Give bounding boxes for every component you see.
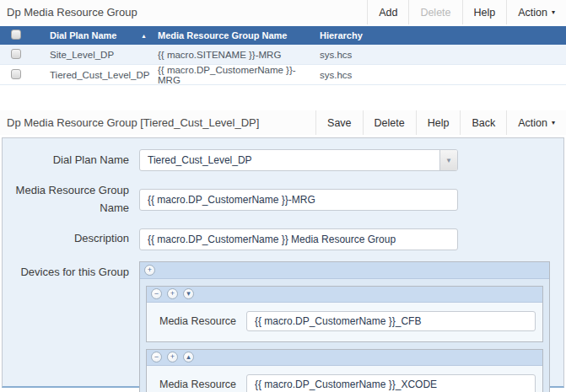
form-row-dial-plan-name: Dial Plan Name Tiered_Cust_Level_DP ▼	[3, 149, 563, 171]
list-panel-title: Dp Media Resource Group	[0, 0, 137, 24]
media-resource-label: Media Resource	[147, 315, 236, 327]
remove-item-button[interactable]: −	[151, 288, 162, 299]
caret-down-icon: ▼	[445, 157, 452, 164]
action-menu-button[interactable]: Action ▾	[506, 110, 566, 135]
records-table: Dial Plan Name ▲ Media Resource Group Na…	[0, 26, 566, 85]
delete-button[interactable]: Delete	[363, 110, 416, 135]
action-menu-label: Action	[518, 117, 547, 129]
list-toolbar: Add Delete Help Action ▾	[367, 0, 566, 24]
form-row-description: Description	[3, 228, 563, 250]
media-resource-input[interactable]	[246, 311, 536, 331]
table-row[interactable]: Tiered_Cust_Level_DP {{ macro.DP_Custome…	[0, 65, 566, 85]
column-header-label: Dial Plan Name	[50, 30, 116, 40]
column-header-mrg-name[interactable]: Media Resource Group Name	[154, 30, 316, 40]
move-down-button[interactable]: ▾	[183, 288, 194, 299]
dial-plan-name-label: Dial Plan Name	[3, 152, 129, 169]
detail-panel-header: Dp Media Resource Group [Tiered_Cust_Lev…	[0, 110, 566, 135]
dial-plan-name-select[interactable]: Tiered_Cust_Level_DP ▼	[139, 149, 458, 171]
add-item-button[interactable]: +	[167, 352, 178, 362]
form-row-mrg-name: Media Resource Group Name	[3, 182, 563, 217]
list-panel: Dp Media Resource Group Add Delete Help …	[0, 0, 566, 85]
sort-ascending-icon: ▲	[141, 33, 147, 39]
help-button[interactable]: Help	[416, 110, 461, 135]
list-panel-header: Dp Media Resource Group Add Delete Help …	[0, 0, 566, 24]
device-item-toolbar: − + ▾	[147, 287, 542, 303]
back-button[interactable]: Back	[460, 110, 506, 135]
device-item-body: Media Resource	[147, 366, 542, 392]
cell-mrg-name: {{ macro.DP_CustomerName }}-MRG	[154, 65, 316, 85]
device-item-toolbar: − + ▴	[147, 350, 542, 366]
device-item-body: Media Resource	[147, 303, 542, 341]
description-label: Description	[3, 230, 129, 248]
add-item-button[interactable]: +	[167, 288, 178, 299]
detail-toolbar: Save Delete Help Back Action ▾	[315, 110, 566, 135]
add-item-button[interactable]: +	[144, 265, 155, 276]
devices-group: + − + ▾ Media Resource	[139, 261, 550, 392]
save-button[interactable]: Save	[315, 110, 363, 135]
table-row[interactable]: Site_Level_DP {{ macro.SITENAME }}-MRG s…	[0, 45, 566, 65]
cell-hierarchy: sys.hcs	[316, 50, 566, 60]
caret-down-icon: ▾	[552, 8, 555, 16]
delete-button[interactable]: Delete	[408, 0, 461, 24]
column-header-hierarchy[interactable]: Hierarchy	[316, 30, 566, 40]
select-all-checkbox[interactable]	[11, 30, 21, 40]
add-button[interactable]: Add	[367, 0, 408, 24]
devices-group-toolbar: +	[140, 262, 549, 279]
devices-group-label: Devices for this Group	[3, 261, 129, 282]
mrg-name-label: Media Resource Group Name	[3, 182, 129, 217]
row-check-cell	[0, 49, 46, 61]
dial-plan-name-value: Tiered_Cust_Level_DP	[140, 150, 439, 170]
media-resource-label: Media Resource	[147, 379, 236, 390]
column-header-dial-plan-name[interactable]: Dial Plan Name ▲	[46, 30, 154, 40]
detail-panel: Dp Media Resource Group [Tiered_Cust_Lev…	[0, 110, 566, 388]
dropdown-button[interactable]: ▼	[439, 150, 457, 170]
cell-dial-plan-name[interactable]: Tiered_Cust_Level_DP	[46, 70, 154, 80]
row-check-cell	[0, 69, 46, 81]
device-item: − + ▾ Media Resource	[146, 286, 543, 342]
cell-dial-plan-name[interactable]: Site_Level_DP	[46, 50, 154, 60]
action-menu-button[interactable]: Action ▾	[506, 0, 566, 24]
table-header-row: Dial Plan Name ▲ Media Resource Group Na…	[0, 26, 566, 45]
row-checkbox[interactable]	[11, 69, 21, 79]
cell-mrg-name: {{ macro.SITENAME }}-MRG	[154, 50, 316, 60]
row-checkbox[interactable]	[11, 49, 21, 59]
detail-form: Dial Plan Name Tiered_Cust_Level_DP ▼ Me…	[2, 137, 564, 388]
move-up-button[interactable]: ▴	[183, 352, 194, 362]
caret-down-icon: ▾	[552, 119, 555, 126]
media-resource-input[interactable]	[246, 374, 536, 392]
mrg-name-input[interactable]	[139, 189, 458, 211]
select-all-cell	[0, 30, 46, 41]
description-input[interactable]	[139, 228, 458, 250]
detail-panel-title: Dp Media Resource Group [Tiered_Cust_Lev…	[0, 110, 259, 135]
cell-hierarchy: sys.hcs	[316, 70, 566, 80]
devices-items: − + ▾ Media Resource − + ▴	[140, 279, 549, 392]
device-item: − + ▴ Media Resource	[146, 349, 543, 392]
help-button[interactable]: Help	[462, 0, 507, 24]
action-menu-label: Action	[518, 7, 547, 19]
remove-item-button[interactable]: −	[151, 352, 162, 362]
form-row-devices: Devices for this Group + − + ▾ Media Res…	[3, 261, 563, 392]
